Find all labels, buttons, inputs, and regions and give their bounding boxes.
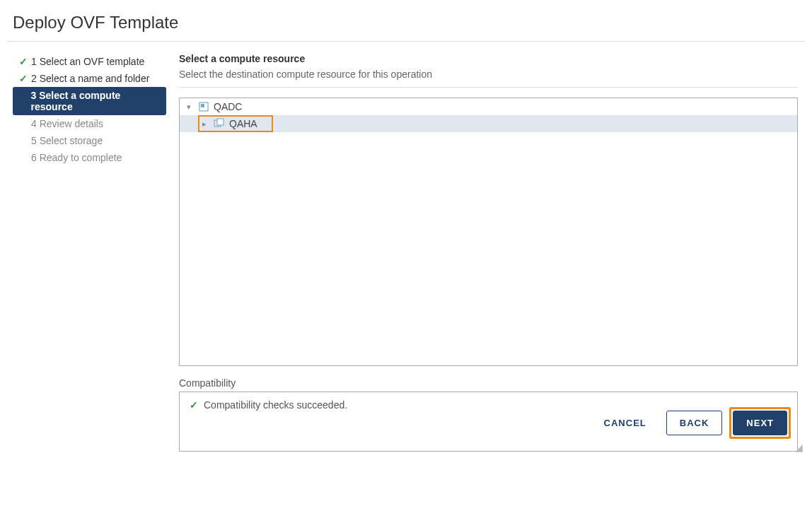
compatibility-message: Compatibility checks succeeded. — [204, 399, 347, 411]
step-label: 1 Select an OVF template — [31, 56, 144, 67]
cancel-button[interactable]: CANCEL — [591, 411, 659, 435]
panel-subtitle: Select the destination compute resource … — [179, 69, 798, 88]
chevron-right-icon[interactable]: ▸ — [202, 119, 212, 129]
tree-node-label: QAHA — [229, 118, 257, 129]
svg-rect-3 — [217, 119, 224, 125]
wizard-steps: ✓ 1 Select an OVF template ✓ 2 Select a … — [7, 53, 166, 452]
cluster-icon — [214, 118, 225, 129]
step-label: 3 Select a compute resource — [31, 90, 161, 112]
svg-rect-1 — [201, 104, 204, 107]
tree-row-datacenter[interactable]: ▾ QADC — [180, 98, 797, 115]
step-select-name-folder[interactable]: ✓ 2 Select a name and folder — [13, 70, 166, 87]
selection-highlight: ▸ QAHA — [198, 115, 273, 132]
wizard-footer: CANCEL BACK NEXT — [591, 407, 791, 439]
compute-resource-tree[interactable]: ▾ QADC ▸ QAHA — [179, 98, 798, 366]
checkmark-icon: ✓ — [190, 399, 198, 411]
checkmark-icon: ✓ — [18, 56, 28, 67]
checkmark-icon: ✓ — [18, 73, 28, 84]
panel-title: Select a compute resource — [179, 53, 798, 64]
next-button[interactable]: NEXT — [733, 411, 787, 435]
step-label: 4 Review details — [31, 118, 103, 129]
chevron-down-icon[interactable]: ▾ — [187, 102, 197, 112]
tree-row-cluster[interactable]: ▸ QAHA — [180, 115, 797, 132]
next-button-highlight: NEXT — [729, 407, 791, 439]
step-review-details: 4 Review details — [13, 115, 166, 132]
step-ready-complete: 6 Ready to complete — [13, 149, 166, 166]
wizard-title: Deploy OVF Template — [7, 7, 805, 42]
step-label: 6 Ready to complete — [31, 152, 122, 163]
tree-node-label: QADC — [214, 101, 242, 112]
compatibility-label: Compatibility — [179, 377, 798, 389]
datacenter-icon — [198, 101, 209, 112]
step-select-ovf[interactable]: ✓ 1 Select an OVF template — [13, 53, 166, 70]
step-select-compute[interactable]: 3 Select a compute resource — [13, 87, 166, 115]
step-select-storage: 5 Select storage — [13, 132, 166, 149]
step-label: 2 Select a name and folder — [31, 73, 149, 84]
back-button[interactable]: BACK — [666, 411, 723, 435]
step-label: 5 Select storage — [31, 135, 103, 146]
resize-handle-icon[interactable]: ◢ — [795, 442, 804, 450]
